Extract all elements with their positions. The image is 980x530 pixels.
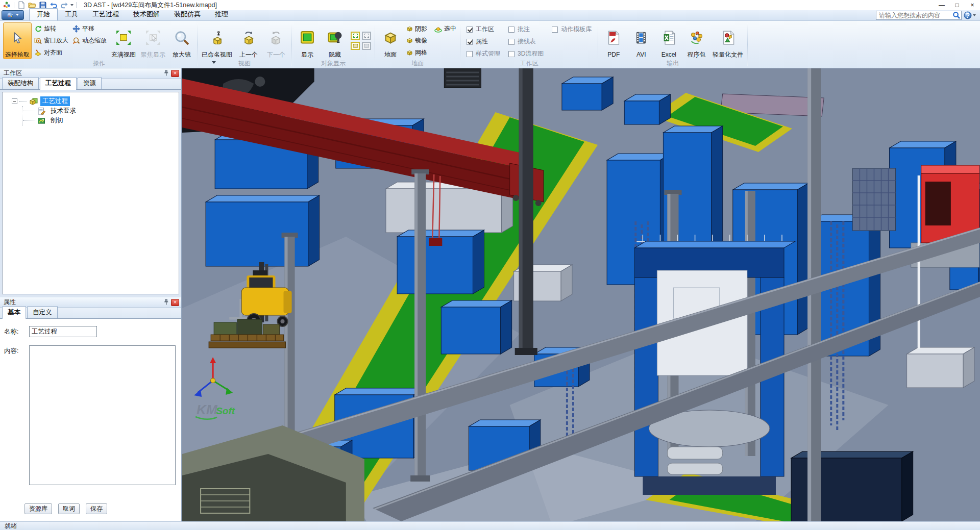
toggle-hide-unselected[interactable]: [362, 42, 371, 50]
checkbox-wiring-table[interactable]: 接线表: [508, 37, 544, 46]
close-icon[interactable]: ×: [171, 299, 179, 306]
toggle-show-unselected[interactable]: [362, 32, 371, 40]
checkbox-style-manager[interactable]: 样式管理: [467, 49, 500, 58]
rotate-button[interactable]: 旋转: [33, 24, 70, 33]
export-avi-button[interactable]: AVI: [628, 22, 654, 59]
pdf-icon: [607, 24, 620, 51]
properties-panel-title: 属性: [4, 298, 16, 307]
viewport-3d[interactable]: KM Soft: [182, 68, 980, 521]
tab-assembly-structure[interactable]: 装配结构: [2, 77, 39, 89]
tab-inference[interactable]: 推理: [208, 8, 235, 20]
tree-expander-icon[interactable]: [12, 98, 17, 104]
tree-row-child[interactable]: 剖切: [23, 116, 178, 125]
named-views-dropdown-caret[interactable]: [212, 61, 216, 66]
tree-node-label[interactable]: 技术要求: [48, 106, 78, 116]
tree-row-child[interactable]: 技术要求: [23, 106, 178, 116]
maximize-button[interactable]: □: [949, 1, 965, 10]
export-excel-button[interactable]: Excel: [655, 22, 682, 59]
pick-word-button[interactable]: 取词: [58, 503, 80, 514]
ribbon: 选择拾取 旋转 窗口放大 对齐面 平移 动态缩放 充满视图: [0, 21, 980, 68]
shadow-button[interactable]: 阴影: [405, 24, 429, 33]
search-input[interactable]: [876, 11, 962, 20]
hide-button[interactable]: 隐藏: [322, 22, 348, 59]
name-field[interactable]: [29, 326, 97, 337]
left-dock: 工作区 × 装配结构 工艺过程 资源 工艺过程: [0, 68, 182, 521]
new-file-icon[interactable]: [17, 1, 26, 10]
process-node-icon: [29, 97, 38, 106]
grid-button[interactable]: 网格: [405, 48, 458, 57]
ribbon-group-workspace: 工作区 属性 样式管理 批注 接线表 3D流程图 动作模板库 工作区: [460, 21, 598, 68]
tab-tools[interactable]: 工具: [58, 8, 85, 20]
close-button[interactable]: ×: [965, 1, 980, 10]
excel-icon: [662, 24, 675, 51]
tab-tech-diagram[interactable]: 技术图解: [126, 8, 167, 20]
next-view-button: 下一个: [263, 22, 289, 59]
toggle-show-selected[interactable]: [351, 32, 360, 40]
checkbox-3d-flowchart[interactable]: 3D流程图: [508, 49, 544, 58]
qat-customize-caret[interactable]: [70, 4, 74, 8]
checkbox-icon: [508, 27, 514, 33]
tech-requirements-icon: [37, 107, 46, 115]
show-button[interactable]: 显示: [294, 22, 321, 59]
checkbox-icon: [467, 51, 473, 57]
dynamic-zoom-button[interactable]: 动态缩放: [71, 36, 108, 45]
tab-custom[interactable]: 自定义: [27, 306, 58, 318]
divider: [747, 23, 748, 66]
show-icon: [300, 24, 314, 51]
select-pick-button[interactable]: 选择拾取: [3, 22, 32, 59]
selected-button[interactable]: 选中: [433, 24, 458, 33]
tree-node-label[interactable]: 剖切: [48, 116, 65, 125]
pan-icon: [72, 25, 80, 33]
mirror-button[interactable]: 镜像: [405, 36, 458, 45]
perforated-cabinet[interactable]: [852, 168, 895, 231]
tree-node-label[interactable]: 工艺过程: [40, 96, 70, 106]
ground-button[interactable]: 地面: [377, 22, 404, 59]
checkbox-annotations[interactable]: 批注: [508, 25, 544, 34]
pan-button[interactable]: 平移: [71, 24, 108, 33]
checkbox-properties[interactable]: 属性: [467, 37, 500, 46]
checkbox-workspace[interactable]: 工作区: [467, 25, 500, 34]
toggle-hide-selected[interactable]: [351, 42, 360, 50]
tab-process-tree[interactable]: 工艺过程: [40, 77, 77, 90]
roof-grille: [444, 68, 481, 88]
checkbox-action-template-lib[interactable]: 动作模板库: [552, 25, 592, 34]
ribbon-group-output: PDF AVI Excel 程序包 轻量化文件: [598, 21, 747, 68]
resource-library-button[interactable]: 资源库: [24, 503, 52, 514]
previous-view-button[interactable]: 上一个: [235, 22, 262, 59]
avi-icon: [634, 24, 648, 51]
close-icon[interactable]: ×: [171, 70, 179, 77]
checkbox-icon: [508, 39, 514, 45]
magnifier-button[interactable]: 放大镜: [168, 22, 195, 59]
application-menu-button[interactable]: [2, 10, 24, 20]
section-cut-icon: [37, 117, 46, 125]
export-pdf-button[interactable]: PDF: [600, 22, 627, 59]
named-views-button[interactable]: 已命名视图: [200, 22, 234, 59]
save-button[interactable]: 保存: [86, 503, 107, 514]
tab-assembly-sim[interactable]: 装配仿真: [167, 8, 208, 20]
tree-row-root[interactable]: 工艺过程: [4, 96, 178, 106]
content-field-label: 内容:: [4, 345, 29, 485]
ribbon-tabbar: 开始 工具 工艺过程 技术图解 装配仿真 推理: [0, 10, 980, 21]
group-label-object-display: 对象显示: [293, 59, 374, 68]
tab-resources[interactable]: 资源: [78, 77, 102, 89]
tab-process[interactable]: 工艺过程: [85, 8, 126, 20]
pin-icon[interactable]: [161, 69, 169, 77]
display-filter-toggles: [351, 32, 371, 50]
align-face-button[interactable]: 对齐面: [33, 48, 70, 57]
ribbon-group-object-display: 显示 隐藏 对象显示: [292, 21, 375, 68]
svg-text:Soft: Soft: [216, 406, 235, 416]
minimize-button[interactable]: —: [934, 1, 949, 10]
zoom-window-button[interactable]: 窗口放大: [33, 36, 70, 45]
status-text: 就绪: [5, 522, 17, 530]
export-lightweight-button[interactable]: 轻量化文件: [710, 22, 745, 59]
search-icon[interactable]: [952, 11, 960, 19]
export-package-button[interactable]: 程序包: [683, 22, 709, 59]
tab-home[interactable]: 开始: [29, 8, 58, 20]
shadow-icon: [406, 26, 413, 32]
fit-view-button[interactable]: 充满视图: [109, 22, 138, 59]
help-button[interactable]: [964, 11, 976, 19]
content-field[interactable]: [29, 345, 176, 485]
tab-basic[interactable]: 基本: [2, 306, 26, 319]
pin-icon[interactable]: [161, 298, 169, 306]
named-views-icon: [210, 24, 224, 51]
